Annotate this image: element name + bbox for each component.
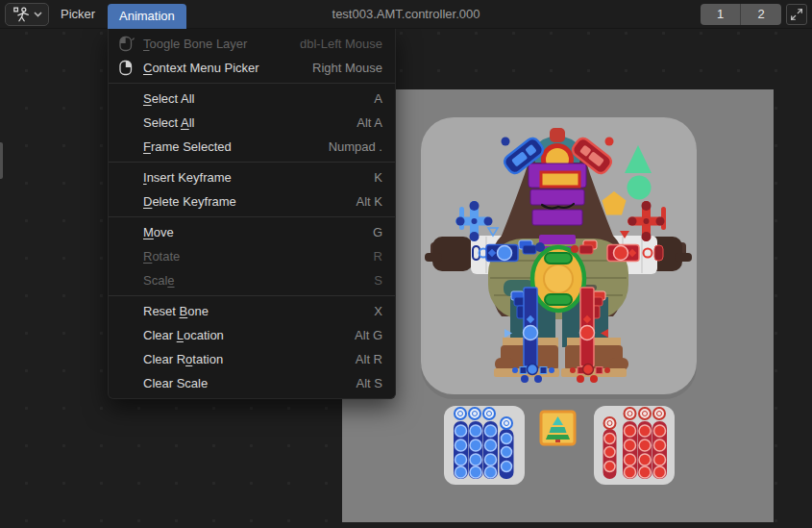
menu-separator <box>109 83 395 84</box>
menu-item-label: Insert Keyframe <box>143 170 374 185</box>
layer-button-2[interactable]: 2 <box>741 4 781 25</box>
menu-item-shortcut: S <box>374 273 382 288</box>
menu-item-context-menu-picker[interactable]: Context Menu Picker Right Mouse <box>109 56 395 80</box>
menu-item-scale: Scale S <box>109 268 395 292</box>
menu-item-shortcut: G <box>373 225 382 239</box>
menu-item-label: Move <box>143 225 373 239</box>
blender-picker-window: Picker Animation test003.AMT.controller.… <box>0 0 812 528</box>
menu-separator <box>109 162 395 163</box>
menu-item-clear-rotation[interactable]: Clear Rotation Alt R <box>109 347 395 371</box>
menu-item-label: Reset Bone <box>143 304 374 318</box>
animation-dropdown-menu: Toogle Bone Layer dbl-Left Mouse Context… <box>108 29 396 399</box>
sub-panel-left-fingers[interactable] <box>444 406 525 485</box>
menu-item-clear-scale[interactable]: Clear Scale Alt S <box>109 371 395 395</box>
menu-separator <box>109 295 395 296</box>
editor-type-dropdown[interactable] <box>5 3 49 26</box>
menu-item-shortcut: dbl-Left Mouse <box>300 37 382 51</box>
menu-item-shortcut: Alt K <box>357 194 382 209</box>
layer-button-1[interactable]: 1 <box>701 4 741 25</box>
mouse-right-icon <box>117 60 136 76</box>
menu-item-label: Clear Scale <box>143 376 357 390</box>
picker-label: Picker <box>57 0 99 29</box>
sub-panel-right-fingers[interactable] <box>594 406 675 485</box>
menu-item-label: Select All <box>143 91 374 106</box>
menu-item-label: Delete Keyframe <box>143 194 357 209</box>
expand-button[interactable] <box>786 4 807 25</box>
menu-item-shortcut: Numpad . <box>329 139 382 154</box>
menu-animation[interactable]: Animation <box>108 4 186 29</box>
menu-item-label: Frame Selected <box>143 139 329 154</box>
menu-item-clear-location[interactable]: Clear Location Alt G <box>109 323 395 347</box>
menu-item-frame-selected[interactable]: Frame Selected Numpad . <box>109 135 395 159</box>
top-bar: Picker Animation test003.AMT.controller.… <box>0 0 812 29</box>
menu-item-move[interactable]: Move G <box>109 220 395 244</box>
menu-item-label: Context Menu Picker <box>143 61 312 75</box>
character-picker-graphic <box>342 89 774 522</box>
chevron-down-icon <box>34 12 42 17</box>
menu-item-label: Scale <box>143 273 374 288</box>
menu-item-select-all[interactable]: Select All A <box>109 87 395 111</box>
menu-item-reset-bone[interactable]: Reset Bone X <box>109 299 395 323</box>
menu-item-toggle-bone-layer: Toogle Bone Layer dbl-Left Mouse <box>109 32 395 56</box>
menu-item-shortcut: R <box>374 249 382 264</box>
editor-workspace: Toogle Bone Layer dbl-Left Mouse Context… <box>0 29 812 528</box>
menu-separator <box>109 216 395 217</box>
menu-item-label: Clear Location <box>143 328 355 342</box>
menu-item-select-all-alt[interactable]: Select All Alt A <box>109 111 395 135</box>
sub-panel-center-button[interactable] <box>541 412 575 444</box>
expand-icon <box>790 8 803 21</box>
region-handle[interactable] <box>0 142 3 179</box>
armature-picker-icon <box>12 5 32 24</box>
menu-item-shortcut: A <box>374 91 382 106</box>
mouse-left-double-icon <box>117 36 136 52</box>
menu-item-label: Toogle Bone Layer <box>143 37 300 51</box>
menu-item-label: Rotate <box>143 249 374 264</box>
menu-item-delete-keyframe[interactable]: Delete Keyframe Alt K <box>109 189 395 214</box>
menu-item-label: Clear Rotation <box>143 352 356 366</box>
menu-item-shortcut: Alt G <box>355 328 382 342</box>
menu-item-label: Select All <box>143 115 357 130</box>
menu-item-insert-keyframe[interactable]: Insert Keyframe K <box>109 165 395 189</box>
menu-item-shortcut: K <box>374 170 382 185</box>
menu-item-shortcut: Alt S <box>357 376 382 390</box>
menu-item-shortcut: Alt A <box>357 115 382 130</box>
picker-canvas[interactable] <box>342 89 774 522</box>
menu-item-shortcut: X <box>374 304 382 318</box>
menu-item-rotate: Rotate R <box>109 244 395 268</box>
menu-item-shortcut: Alt R <box>356 352 382 366</box>
menu-item-shortcut: Right Mouse <box>312 61 382 75</box>
